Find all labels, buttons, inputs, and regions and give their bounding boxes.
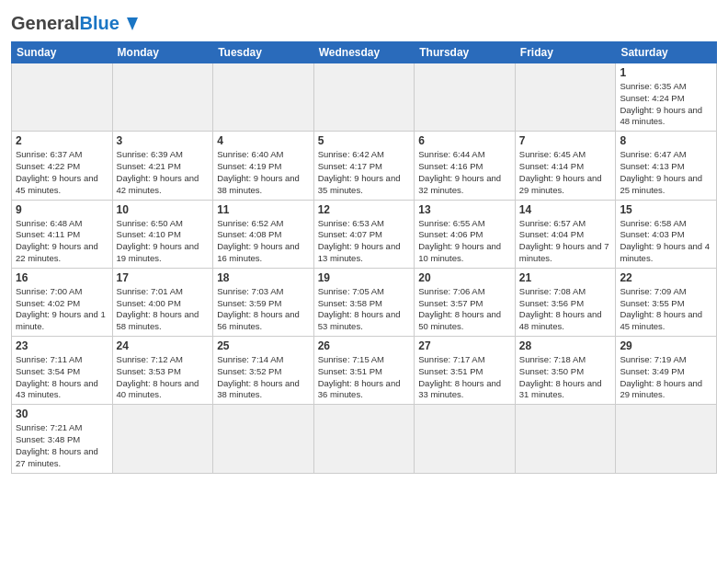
day-info: Sunrise: 7:06 AM Sunset: 3:57 PM Dayligh… <box>418 286 511 333</box>
day-info: Sunrise: 7:17 AM Sunset: 3:51 PM Dayligh… <box>418 354 511 401</box>
day-number: 11 <box>217 203 310 216</box>
day-info: Sunrise: 6:44 AM Sunset: 4:16 PM Dayligh… <box>418 149 511 196</box>
weekday-header-tuesday: Tuesday <box>213 42 314 63</box>
day-cell: 23Sunrise: 7:11 AM Sunset: 3:54 PM Dayli… <box>12 337 113 405</box>
day-info: Sunrise: 6:48 AM Sunset: 4:11 PM Dayligh… <box>16 218 108 265</box>
day-cell: 1Sunrise: 6:35 AM Sunset: 4:24 PM Daylig… <box>616 63 717 132</box>
day-number: 12 <box>318 203 411 216</box>
day-number: 14 <box>519 203 612 216</box>
day-cell: 21Sunrise: 7:08 AM Sunset: 3:56 PM Dayli… <box>515 268 616 336</box>
week-row-1: 1Sunrise: 6:35 AM Sunset: 4:24 PM Daylig… <box>12 63 717 132</box>
day-number: 22 <box>620 271 712 284</box>
day-cell: 5Sunrise: 6:42 AM Sunset: 4:17 PM Daylig… <box>313 132 415 200</box>
day-info: Sunrise: 6:40 AM Sunset: 4:19 PM Dayligh… <box>217 149 310 196</box>
day-number: 6 <box>418 134 511 147</box>
day-info: Sunrise: 6:45 AM Sunset: 4:14 PM Dayligh… <box>519 149 612 196</box>
day-number: 5 <box>318 134 411 147</box>
day-cell <box>112 63 213 132</box>
weekday-header-wednesday: Wednesday <box>313 42 415 63</box>
day-cell: 27Sunrise: 7:17 AM Sunset: 3:51 PM Dayli… <box>415 337 516 405</box>
day-number: 13 <box>418 203 511 216</box>
logo-general: General <box>11 13 79 34</box>
day-number: 20 <box>418 271 511 284</box>
day-number: 23 <box>16 339 108 352</box>
day-number: 30 <box>16 408 108 420</box>
weekday-header-saturday: Saturday <box>616 42 717 63</box>
day-cell: 9Sunrise: 6:48 AM Sunset: 4:11 PM Daylig… <box>12 200 113 268</box>
day-number: 24 <box>117 339 210 352</box>
day-cell: 4Sunrise: 6:40 AM Sunset: 4:19 PM Daylig… <box>213 132 314 200</box>
weekday-header-sunday: Sunday <box>12 42 113 63</box>
logo-icon <box>122 14 142 34</box>
day-info: Sunrise: 7:11 AM Sunset: 3:54 PM Dayligh… <box>16 354 108 401</box>
day-cell: 17Sunrise: 7:01 AM Sunset: 4:00 PM Dayli… <box>112 268 213 336</box>
day-cell <box>415 405 516 473</box>
day-cell <box>616 405 717 473</box>
day-cell <box>12 63 113 132</box>
day-cell <box>415 63 516 132</box>
weekday-header-monday: Monday <box>112 42 213 63</box>
weekday-header-row: SundayMondayTuesdayWednesdayThursdayFrid… <box>12 42 717 63</box>
day-number: 16 <box>16 271 108 284</box>
calendar-page: General Blue SundayMondayTuesdayWednesda… <box>0 0 728 563</box>
day-cell: 14Sunrise: 6:57 AM Sunset: 4:04 PM Dayli… <box>515 200 616 268</box>
day-cell: 20Sunrise: 7:06 AM Sunset: 3:57 PM Dayli… <box>415 268 516 336</box>
day-number: 4 <box>217 134 310 147</box>
day-number: 25 <box>217 339 310 352</box>
day-cell: 13Sunrise: 6:55 AM Sunset: 4:06 PM Dayli… <box>415 200 516 268</box>
day-number: 8 <box>620 134 712 147</box>
logo: General Blue <box>11 9 142 34</box>
day-cell: 25Sunrise: 7:14 AM Sunset: 3:52 PM Dayli… <box>213 337 314 405</box>
day-info: Sunrise: 6:53 AM Sunset: 4:07 PM Dayligh… <box>318 218 411 265</box>
day-cell <box>213 63 314 132</box>
day-info: Sunrise: 7:12 AM Sunset: 3:53 PM Dayligh… <box>117 354 210 401</box>
day-number: 28 <box>519 339 612 352</box>
day-number: 9 <box>16 203 108 216</box>
day-info: Sunrise: 6:55 AM Sunset: 4:06 PM Dayligh… <box>418 218 511 265</box>
day-info: Sunrise: 7:21 AM Sunset: 3:48 PM Dayligh… <box>16 422 108 469</box>
day-cell: 16Sunrise: 7:00 AM Sunset: 4:02 PM Dayli… <box>12 268 113 336</box>
day-cell <box>112 405 213 473</box>
day-cell: 30Sunrise: 7:21 AM Sunset: 3:48 PM Dayli… <box>12 405 113 473</box>
day-number: 10 <box>117 203 210 216</box>
day-cell: 2Sunrise: 6:37 AM Sunset: 4:22 PM Daylig… <box>12 132 113 200</box>
day-info: Sunrise: 7:09 AM Sunset: 3:55 PM Dayligh… <box>620 286 712 333</box>
day-info: Sunrise: 7:05 AM Sunset: 3:58 PM Dayligh… <box>318 286 411 333</box>
week-row-6: 30Sunrise: 7:21 AM Sunset: 3:48 PM Dayli… <box>12 405 717 473</box>
day-info: Sunrise: 6:37 AM Sunset: 4:22 PM Dayligh… <box>16 149 108 196</box>
day-cell <box>313 63 415 132</box>
day-cell: 22Sunrise: 7:09 AM Sunset: 3:55 PM Dayli… <box>616 268 717 336</box>
day-number: 2 <box>16 134 108 147</box>
day-cell: 10Sunrise: 6:50 AM Sunset: 4:10 PM Dayli… <box>112 200 213 268</box>
day-number: 7 <box>519 134 612 147</box>
day-info: Sunrise: 7:14 AM Sunset: 3:52 PM Dayligh… <box>217 354 310 401</box>
day-cell <box>515 63 616 132</box>
day-cell: 12Sunrise: 6:53 AM Sunset: 4:07 PM Dayli… <box>313 200 415 268</box>
day-cell <box>313 405 415 473</box>
day-cell: 7Sunrise: 6:45 AM Sunset: 4:14 PM Daylig… <box>515 132 616 200</box>
day-info: Sunrise: 6:50 AM Sunset: 4:10 PM Dayligh… <box>117 218 210 265</box>
day-number: 21 <box>519 271 612 284</box>
day-info: Sunrise: 7:18 AM Sunset: 3:50 PM Dayligh… <box>519 354 612 401</box>
day-number: 3 <box>117 134 210 147</box>
day-cell: 11Sunrise: 6:52 AM Sunset: 4:08 PM Dayli… <box>213 200 314 268</box>
day-info: Sunrise: 6:39 AM Sunset: 4:21 PM Dayligh… <box>117 149 210 196</box>
day-cell: 6Sunrise: 6:44 AM Sunset: 4:16 PM Daylig… <box>415 132 516 200</box>
day-info: Sunrise: 7:19 AM Sunset: 3:49 PM Dayligh… <box>620 354 712 401</box>
day-number: 27 <box>418 339 511 352</box>
week-row-4: 16Sunrise: 7:00 AM Sunset: 4:02 PM Dayli… <box>12 268 717 336</box>
weekday-header-thursday: Thursday <box>415 42 516 63</box>
day-cell: 24Sunrise: 7:12 AM Sunset: 3:53 PM Dayli… <box>112 337 213 405</box>
svg-marker-0 <box>127 17 138 30</box>
day-cell: 26Sunrise: 7:15 AM Sunset: 3:51 PM Dayli… <box>313 337 415 405</box>
day-info: Sunrise: 6:52 AM Sunset: 4:08 PM Dayligh… <box>217 218 310 265</box>
day-cell: 8Sunrise: 6:47 AM Sunset: 4:13 PM Daylig… <box>616 132 717 200</box>
day-cell: 3Sunrise: 6:39 AM Sunset: 4:21 PM Daylig… <box>112 132 213 200</box>
week-row-3: 9Sunrise: 6:48 AM Sunset: 4:11 PM Daylig… <box>12 200 717 268</box>
day-info: Sunrise: 7:01 AM Sunset: 4:00 PM Dayligh… <box>117 286 210 333</box>
calendar-table: SundayMondayTuesdayWednesdayThursdayFrid… <box>11 41 717 474</box>
day-number: 19 <box>318 271 411 284</box>
day-cell: 15Sunrise: 6:58 AM Sunset: 4:03 PM Dayli… <box>616 200 717 268</box>
day-cell: 28Sunrise: 7:18 AM Sunset: 3:50 PM Dayli… <box>515 337 616 405</box>
day-info: Sunrise: 7:00 AM Sunset: 4:02 PM Dayligh… <box>16 286 108 333</box>
